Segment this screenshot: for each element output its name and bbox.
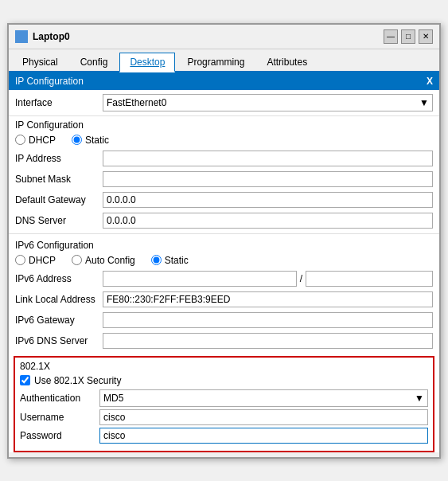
tab-programming[interactable]: Programming [177, 53, 255, 71]
tab-physical[interactable]: Physical [12, 53, 68, 71]
interface-dropdown-icon: ▼ [419, 97, 429, 108]
maximize-button[interactable]: □ [401, 29, 415, 44]
ipv4-static-radio[interactable] [72, 135, 82, 145]
link-local-input[interactable] [103, 291, 433, 307]
ip-config-title: IP Configuration [15, 76, 84, 87]
close-button[interactable]: ✕ [419, 29, 433, 44]
default-gateway-row: Default Gateway [9, 190, 439, 210]
ip-config-header-bar: IP Configuration X [9, 72, 439, 90]
interface-label: Interface [15, 97, 103, 108]
username-label: Username [20, 412, 99, 423]
ip-config-close[interactable]: X [427, 76, 433, 87]
ipv6-auto-radio-item: Auto Config [72, 255, 135, 266]
main-window: Laptop0 — □ ✕ Physical Config Desktop Pr… [7, 23, 441, 459]
default-gateway-input[interactable] [103, 192, 433, 208]
ipv6-section-label: IPv6 Configuration [9, 237, 439, 252]
ipv6-static-radio[interactable] [151, 255, 162, 265]
dot1x-checkbox-row: Use 802.1X Security [20, 375, 428, 386]
title-bar: Laptop0 — □ ✕ [9, 25, 439, 49]
ipv4-dhcp-radio-item: DHCP [15, 135, 56, 146]
dot1x-section: 802.1X Use 802.1X Security Authenticatio… [14, 356, 434, 452]
auth-value: MD5 [103, 393, 123, 404]
link-local-label: Link Local Address [15, 294, 103, 305]
tab-config[interactable]: Config [70, 53, 119, 71]
ipv6-dns-label: IPv6 DNS Server [15, 335, 103, 346]
interface-value: FastEthernet0 [107, 97, 166, 108]
ipv6-address-label: IPv6 Address [15, 273, 103, 284]
ipv6-gateway-label: IPv6 Gateway [15, 315, 103, 326]
link-local-row: Link Local Address [9, 289, 439, 310]
ipv6-dhcp-radio[interactable] [15, 255, 25, 265]
title-bar-controls: — □ ✕ [384, 29, 433, 44]
password-label: Password [20, 430, 99, 441]
subnet-mask-input[interactable] [103, 171, 433, 187]
ipv6-dhcp-label: DHCP [29, 255, 56, 266]
ip-address-input[interactable] [103, 151, 433, 166]
divider-1 [9, 233, 439, 234]
auth-dropdown-icon: ▼ [415, 393, 424, 404]
ipv6-dns-input[interactable] [103, 333, 433, 349]
ipv4-static-radio-item: Static [72, 135, 109, 146]
auth-label: Authentication [20, 393, 99, 404]
dns-server-row: DNS Server [9, 210, 439, 231]
ipv6-dhcp-radio-item: DHCP [15, 255, 56, 266]
ipv6-static-radio-item: Static [151, 255, 189, 266]
dot1x-checkbox[interactable] [20, 375, 30, 385]
ipv6-dns-row: IPv6 DNS Server [9, 330, 439, 351]
tab-attributes[interactable]: Attributes [256, 53, 317, 71]
tab-bar: Physical Config Desktop Programming Attr… [9, 49, 439, 72]
default-gateway-label: Default Gateway [15, 194, 103, 205]
ipv6-prefix-input[interactable] [306, 271, 433, 287]
password-row: Password [20, 428, 428, 444]
auth-row: Authentication MD5 ▼ [20, 389, 428, 407]
dns-server-input[interactable] [103, 213, 433, 229]
window-title: Laptop0 [33, 31, 70, 42]
ipv6-gateway-row: IPv6 Gateway [9, 310, 439, 330]
dot1x-label: 802.1X [20, 361, 428, 372]
ip-address-row: IP Address [9, 148, 439, 169]
laptop-icon [15, 30, 28, 43]
content-area: IP Configuration X Interface FastEtherne… [9, 72, 439, 452]
ipv4-static-label: Static [85, 135, 109, 146]
ipv6-slash: / [300, 273, 302, 284]
ip-address-label: IP Address [15, 153, 103, 164]
interface-row: Interface FastEthernet0 ▼ [9, 90, 439, 116]
interface-select[interactable]: FastEthernet0 ▼ [103, 94, 433, 111]
subnet-mask-label: Subnet Mask [15, 174, 103, 185]
username-input[interactable] [99, 409, 428, 425]
auth-select[interactable]: MD5 ▼ [99, 389, 428, 407]
ipv6-radio-row: DHCP Auto Config Static [9, 252, 439, 268]
tab-desktop[interactable]: Desktop [119, 53, 175, 72]
ipv6-address-row: IPv6 Address / [9, 268, 439, 289]
dns-server-label: DNS Server [15, 215, 103, 226]
ipv6-address-input[interactable] [103, 271, 297, 287]
ipv4-dhcp-label: DHCP [29, 135, 56, 146]
username-row: Username [20, 409, 428, 425]
ipv4-section-label: IP Configuration [9, 116, 439, 132]
dot1x-checkbox-label: Use 802.1X Security [34, 375, 121, 386]
ipv6-gateway-input[interactable] [103, 312, 433, 328]
ipv6-static-label: Static [165, 255, 189, 266]
ipv6-input-group: / [103, 271, 433, 287]
ipv4-dhcp-radio[interactable] [15, 135, 25, 145]
password-input[interactable] [99, 428, 428, 444]
ipv4-radio-row: DHCP Static [9, 132, 439, 148]
minimize-button[interactable]: — [384, 29, 398, 44]
title-bar-left: Laptop0 [15, 30, 70, 43]
ipv6-auto-label: Auto Config [85, 255, 135, 266]
subnet-mask-row: Subnet Mask [9, 169, 439, 190]
ipv6-auto-radio[interactable] [72, 255, 82, 265]
